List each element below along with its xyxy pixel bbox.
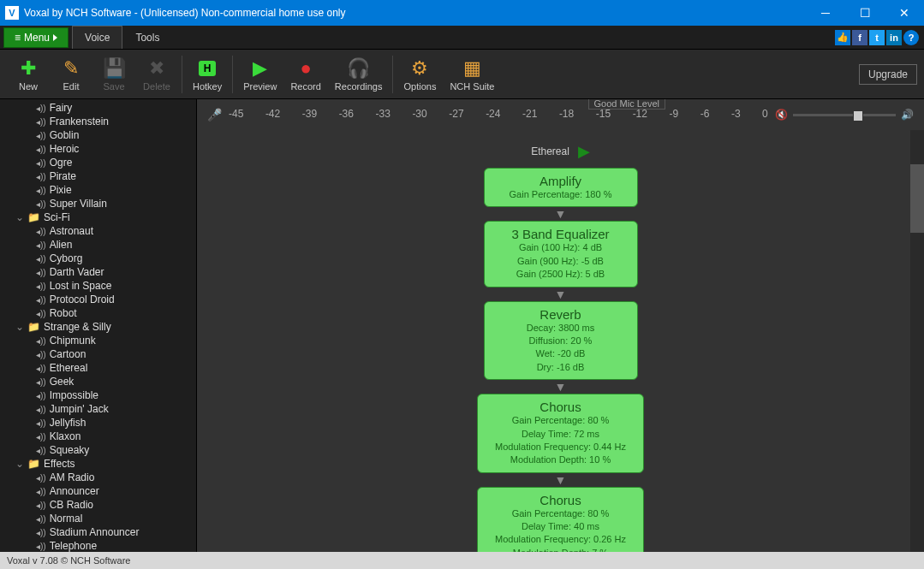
expand-icon[interactable]: ⌄	[15, 458, 24, 470]
speaker-icon[interactable]: 🔊	[901, 109, 914, 121]
voice-tree[interactable]: ◂))Fairy◂))Frankenstein◂))Goblin◂))Heroi…	[0, 99, 197, 552]
folder-strange-silly[interactable]: ⌄📁Strange & Silly	[0, 320, 196, 334]
tree-label: Telephone	[50, 540, 97, 552]
voice-pixie[interactable]: ◂))Pixie	[0, 183, 196, 197]
folder-icon: 📁	[27, 211, 40, 223]
tree-label: Protocol Droid	[50, 293, 115, 305]
voice-chipmunk[interactable]: ◂))Chipmunk	[0, 334, 196, 347]
voice-normal[interactable]: ◂))Normal	[0, 512, 196, 525]
tree-label: Stadium Announcer	[50, 526, 140, 538]
window-controls: ─ ☐ ✕	[806, 0, 924, 26]
chain-title: Ethereal	[531, 145, 569, 157]
voice-astronaut[interactable]: ◂))Astronaut	[0, 224, 196, 238]
voice-icon: ◂))	[36, 446, 46, 455]
voice-icon: ◂))	[36, 104, 46, 113]
voice-icon: ◂))	[36, 432, 46, 442]
tree-label: Cartoon	[50, 348, 86, 360]
voice-jumpin-jack[interactable]: ◂))Jumpin' Jack	[0, 402, 196, 416]
canvas-scrollbar[interactable]	[910, 130, 924, 552]
toolbar-options[interactable]: ⚙Options	[396, 54, 443, 95]
toolbar-hotkey[interactable]: HHotkey	[186, 54, 229, 95]
toolbar-record[interactable]: ●Record	[283, 54, 327, 95]
voice-robot[interactable]: ◂))Robot	[0, 306, 196, 320]
voice-alien[interactable]: ◂))Alien	[0, 238, 196, 252]
effect-block-3-band-equalizer[interactable]: 3 Band EqualizerGain (100 Hz): 4 dBGain …	[484, 221, 638, 287]
voice-goblin[interactable]: ◂))Goblin	[0, 128, 196, 142]
voice-jellyfish[interactable]: ◂))Jellyfish	[0, 416, 196, 430]
voice-am-radio[interactable]: ◂))AM Radio	[0, 471, 196, 484]
voice-cyborg[interactable]: ◂))Cyborg	[0, 252, 196, 265]
voice-icon: ◂))	[36, 158, 46, 168]
volume-slider[interactable]	[793, 114, 896, 116]
folder-effects[interactable]: ⌄📁Effects	[0, 457, 196, 471]
menu-button[interactable]: ≡Menu	[3, 27, 69, 48]
effect-param: Wet: -20 dB	[502, 347, 620, 360]
upgrade-button[interactable]: Upgrade	[859, 64, 917, 85]
effect-block-reverb[interactable]: ReverbDecay: 3800 msDiffusion: 20 %Wet: …	[484, 301, 638, 381]
meter-tick: -36	[339, 108, 354, 120]
voice-protocol-droid[interactable]: ◂))Protocol Droid	[0, 293, 196, 306]
voice-telephone[interactable]: ◂))Telephone	[0, 539, 196, 552]
expand-icon[interactable]: ⌄	[15, 211, 24, 223]
tab-voice[interactable]: Voice	[72, 26, 122, 49]
voice-frankenstein[interactable]: ◂))Frankenstein	[0, 115, 196, 128]
minimize-button[interactable]: ─	[806, 0, 845, 26]
chain-title-row: Ethereal ▶	[197, 142, 924, 161]
tree-label: Fairy	[50, 102, 73, 114]
toolbar-edit[interactable]: ✎Edit	[50, 54, 92, 95]
voice-cartoon[interactable]: ◂))Cartoon	[0, 347, 196, 361]
toolbar-preview[interactable]: ▶Preview	[236, 54, 283, 95]
mute-icon[interactable]: 🔇	[775, 109, 788, 121]
voice-icon: ◂))	[36, 268, 46, 277]
voice-stadium-announcer[interactable]: ◂))Stadium Announcer	[0, 525, 196, 539]
voice-icon: ◂))	[36, 405, 46, 414]
voice-icon: ◂))	[36, 487, 46, 496]
expand-icon[interactable]: ⌄	[15, 321, 24, 333]
voice-icon: ◂))	[36, 391, 46, 400]
toolbar-recordings[interactable]: 🎧Recordings	[328, 54, 390, 95]
preview-icon: ▶	[253, 57, 267, 80]
twitter-icon[interactable]: t	[869, 30, 885, 45]
voice-darth-vader[interactable]: ◂))Darth Vader	[0, 265, 196, 279]
voice-fairy[interactable]: ◂))Fairy	[0, 101, 196, 115]
tree-label: Jumpin' Jack	[50, 403, 109, 415]
effect-block-amplify[interactable]: AmplifyGain Percentage: 180 %	[484, 168, 638, 207]
voice-cb-radio[interactable]: ◂))CB Radio	[0, 498, 196, 512]
toolbar-new[interactable]: ✚New	[7, 54, 50, 95]
voice-icon: ◂))	[36, 131, 46, 140]
new-icon: ✚	[21, 57, 36, 80]
meter-tick: -21	[522, 108, 537, 120]
close-button[interactable]: ✕	[885, 0, 924, 26]
voice-announcer[interactable]: ◂))Announcer	[0, 484, 196, 498]
voice-klaxon[interactable]: ◂))Klaxon	[0, 430, 196, 443]
effect-chain-canvas[interactable]: Ethereal ▶ AmplifyGain Percentage: 180 %…	[197, 130, 924, 552]
meter-tick: -15	[596, 108, 611, 120]
folder-sci-fi[interactable]: ⌄📁Sci-Fi	[0, 210, 196, 224]
chain-arrow-icon: ▼	[555, 474, 567, 486]
meter-tick: -27	[449, 108, 463, 120]
effect-block-chorus[interactable]: ChorusGain Percentage: 80 %Delay Time: 4…	[477, 487, 644, 552]
effect-block-chorus[interactable]: ChorusGain Percentage: 80 %Delay Time: 7…	[477, 394, 644, 473]
like-icon[interactable]: 👍	[835, 30, 850, 45]
maximize-button[interactable]: ☐	[845, 0, 885, 26]
play-icon[interactable]: ▶	[578, 142, 590, 161]
effect-param: Gain (2500 Hz): 5 dB	[502, 268, 620, 281]
voice-impossible[interactable]: ◂))Impossible	[0, 388, 196, 402]
voice-lost-in-space[interactable]: ◂))Lost in Space	[0, 279, 196, 293]
voice-geek[interactable]: ◂))Geek	[0, 375, 196, 388]
chain-arrow-icon: ▼	[555, 381, 567, 393]
meter-tick: -24	[486, 108, 500, 120]
effect-param: Gain (900 Hz): -5 dB	[502, 255, 620, 268]
voice-pirate[interactable]: ◂))Pirate	[0, 169, 196, 183]
tree-label: Squeaky	[50, 444, 90, 456]
linkedin-icon[interactable]: in	[886, 30, 902, 45]
tab-tools[interactable]: Tools	[122, 26, 172, 50]
voice-squeaky[interactable]: ◂))Squeaky	[0, 443, 196, 457]
facebook-icon[interactable]: f	[852, 30, 867, 45]
toolbar-nch-suite[interactable]: ▦NCH Suite	[443, 54, 501, 95]
voice-heroic[interactable]: ◂))Heroic	[0, 142, 196, 156]
voice-super-villain[interactable]: ◂))Super Villain	[0, 197, 196, 210]
voice-ogre[interactable]: ◂))Ogre	[0, 156, 196, 169]
voice-ethereal[interactable]: ◂))Ethereal	[0, 361, 196, 375]
help-icon[interactable]: ?	[903, 30, 919, 45]
